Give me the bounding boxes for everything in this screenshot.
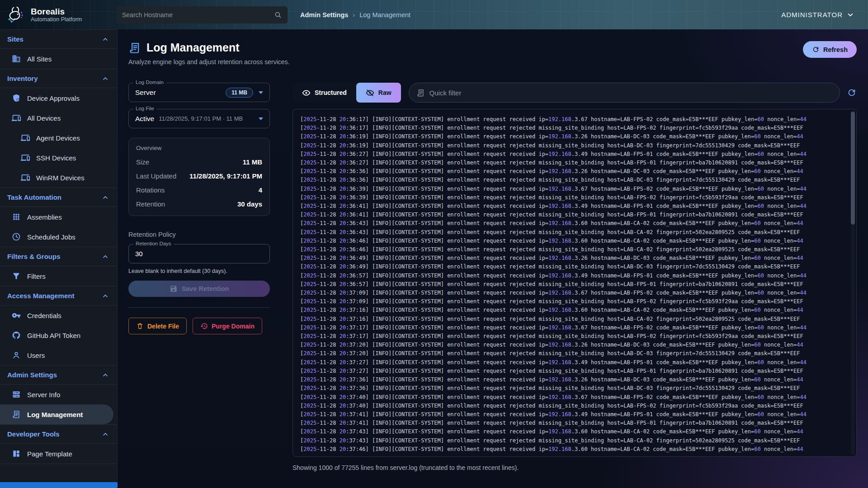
sidebar-item-scheduled-jobs[interactable]: Scheduled Jobs	[0, 227, 117, 247]
structured-mode-button[interactable]: Structured	[292, 83, 356, 103]
hostname-search[interactable]	[117, 6, 288, 23]
breadcrumb-admin-settings[interactable]: Admin Settings	[300, 11, 348, 19]
overview-row-size: Size 11 MB	[136, 155, 262, 169]
chevron-up-icon	[102, 253, 109, 260]
log-viewer-panel: Structured Raw	[292, 83, 857, 471]
divider	[128, 307, 270, 308]
page-title: Log Management	[146, 41, 240, 54]
log-line: [2025-11-28 20:37:36] [INFO][CONTEXT-SYS…	[300, 375, 849, 384]
log-line: [2025-11-28 20:36:19] [INFO][CONTEXT-SYS…	[300, 141, 849, 150]
view-mode-toggle: Structured Raw	[292, 83, 401, 103]
user-menu[interactable]: ADMINISTRATOR	[781, 11, 854, 19]
sidebar-item-assemblies[interactable]: Assemblies	[0, 207, 117, 227]
purge-domain-button[interactable]: Purge Domain	[193, 318, 262, 334]
log-line: [2025-11-28 20:36:57] [INFO][CONTEXT-SYS…	[300, 272, 849, 280]
sidebar-item-credentials[interactable]: Credentials	[0, 305, 117, 325]
app-root: Borealis Automation Platform Admin Setti…	[0, 0, 868, 488]
sidebar-item-agent-devices[interactable]: Agent Devices	[0, 128, 117, 148]
overview-card: Overview Size 11 MB Last Updated 11/28/2…	[128, 138, 270, 216]
log-line: [2025-11-28 20:36:36] [INFO][CONTEXT-SYS…	[300, 167, 849, 176]
borealis-logo-icon	[5, 5, 26, 25]
trash-icon	[136, 322, 144, 330]
log-line: [2025-11-28 20:37:17] [INFO][CONTEXT-SYS…	[300, 324, 849, 332]
retention-days-input[interactable]	[135, 250, 263, 258]
horizontal-scrollbar-thumb[interactable]	[0, 482, 118, 488]
sidebar-section-filters-groups[interactable]: Filters & Groups	[0, 247, 117, 266]
delete-file-button[interactable]: Delete File	[128, 318, 187, 334]
quick-filter-input[interactable]	[429, 89, 832, 97]
sidebar-item-users[interactable]: Users	[0, 345, 117, 365]
search-icon	[274, 11, 282, 19]
log-line: [2025-11-28 20:37:16] [INFO][CONTEXT-SYS…	[300, 315, 849, 324]
sidebar-item-device-approvals[interactable]: Device Approvals	[0, 88, 117, 108]
breadcrumb-log-management[interactable]: Log Management	[359, 11, 410, 19]
sidebar-item-log-management[interactable]: Log Management	[0, 404, 113, 424]
app-body: Sites All Sites Inventory	[0, 29, 868, 488]
log-line: [2025-11-28 20:37:27] [INFO][CONTEXT-SYS…	[300, 367, 849, 375]
log-refresh-button[interactable]	[847, 88, 857, 98]
sidebar-section-inventory[interactable]: Inventory	[0, 69, 117, 88]
log-line: [2025-11-28 20:36:49] [INFO][CONTEXT-SYS…	[300, 254, 849, 263]
log-line: [2025-11-28 20:36:17] [INFO][CONTEXT-SYS…	[300, 124, 849, 132]
log-scrollbar-thumb[interactable]	[851, 112, 855, 225]
top-bar: Borealis Automation Platform Admin Setti…	[0, 0, 868, 29]
overview-title: Overview	[136, 145, 262, 151]
sidebar-item-github-api-token[interactable]: GitHub API Token	[0, 325, 117, 345]
overview-row-retention: Retention 30 days	[136, 197, 262, 211]
sidebar-section-task-automation[interactable]: Task Automation	[0, 188, 117, 207]
sidebar-section-sites[interactable]: Sites	[0, 29, 117, 49]
log-line: [2025-11-28 20:37:40] [INFO][CONTEXT-SYS…	[300, 393, 849, 402]
chevron-up-icon	[102, 194, 109, 201]
log-line: [2025-11-28 20:37:43] [INFO][CONTEXT-SYS…	[300, 427, 849, 436]
log-line: [2025-11-28 20:36:27] [INFO][CONTEXT-SYS…	[300, 159, 849, 167]
log-domain-size-badge: 11 MB	[226, 88, 253, 98]
retention-policy-title: Retention Policy	[128, 231, 270, 238]
log-file-detail: 11/28/2025, 9:17:01 PM · 11 MB	[159, 115, 243, 122]
user-menu-label: ADMINISTRATOR	[781, 11, 843, 19]
log-footer-note: Showing 1000 of 77255 lines from server.…	[292, 464, 857, 471]
caret-down-icon	[259, 117, 263, 120]
search-input[interactable]	[122, 11, 274, 19]
log-scrollbar-track[interactable]	[851, 111, 855, 455]
quick-filter-field[interactable]	[409, 83, 840, 103]
log-line: [2025-11-28 20:36:36] [INFO][CONTEXT-SYS…	[300, 176, 849, 184]
receipt-icon	[12, 410, 21, 419]
sidebar-item-winrm-devices[interactable]: WinRM Devices	[0, 168, 117, 188]
caret-down-icon	[259, 91, 263, 94]
retention-helper-text: Leave blank to inherit default (30 days)…	[128, 268, 270, 274]
breadcrumb-separator: ›	[353, 11, 355, 19]
sidebar-item-server-info[interactable]: Server Info	[0, 385, 117, 404]
log-line: [2025-11-28 20:36:39] [INFO][CONTEXT-SYS…	[300, 185, 849, 193]
sidebar-section-access-management[interactable]: Access Management	[0, 286, 117, 305]
eye-icon	[302, 89, 311, 97]
chevron-up-icon	[102, 371, 109, 379]
log-file-select[interactable]: Log File Active 11/28/2025, 9:17:01 PM ·…	[128, 109, 270, 128]
log-line: [2025-11-28 20:37:09] [INFO][CONTEXT-SYS…	[300, 297, 849, 306]
sidebar-item-page-template[interactable]: Page Template	[0, 444, 117, 464]
log-line: [2025-11-28 20:37:20] [INFO][CONTEXT-SYS…	[300, 349, 849, 358]
log-line: [2025-11-28 20:36:43] [INFO][CONTEXT-SYS…	[300, 228, 849, 237]
grid-icon	[12, 212, 21, 221]
github-icon	[12, 331, 21, 340]
log-line: [2025-11-28 20:37:17] [INFO][CONTEXT-SYS…	[300, 332, 849, 341]
brand-tagline: Automation Platform	[31, 16, 82, 23]
sidebar-section-admin-settings[interactable]: Admin Settings	[0, 365, 117, 385]
sidebar-item-ssh-devices[interactable]: SSH Devices	[0, 148, 117, 168]
key-icon	[12, 311, 21, 320]
brand-name: Borealis	[31, 7, 82, 17]
save-retention-button[interactable]: Save Retention	[128, 281, 270, 297]
person-icon	[12, 351, 21, 360]
sidebar-item-all-sites[interactable]: All Sites	[0, 49, 117, 69]
log-line: [2025-11-28 20:36:17] [INFO][CONTEXT-SYS…	[300, 115, 849, 124]
sidebar-item-filters[interactable]: Filters	[0, 266, 117, 286]
main-content: Log Management Analyze engine logs and a…	[118, 29, 868, 488]
page-header: Log Management Analyze engine logs and a…	[128, 41, 857, 66]
sidebar-section-developer-tools[interactable]: Developer Tools	[0, 424, 117, 444]
brand: Borealis Automation Platform	[0, 5, 117, 25]
raw-log-panel[interactable]: [2025-11-28 20:36:17] [INFO][CONTEXT-SYS…	[292, 109, 857, 457]
shield-icon	[12, 94, 21, 103]
raw-mode-button[interactable]: Raw	[356, 83, 401, 103]
sidebar-item-all-devices[interactable]: All Devices	[0, 108, 117, 128]
log-domain-select[interactable]: Log Domain Server 11 MB	[128, 83, 270, 102]
refresh-button[interactable]: Refresh	[803, 41, 857, 58]
